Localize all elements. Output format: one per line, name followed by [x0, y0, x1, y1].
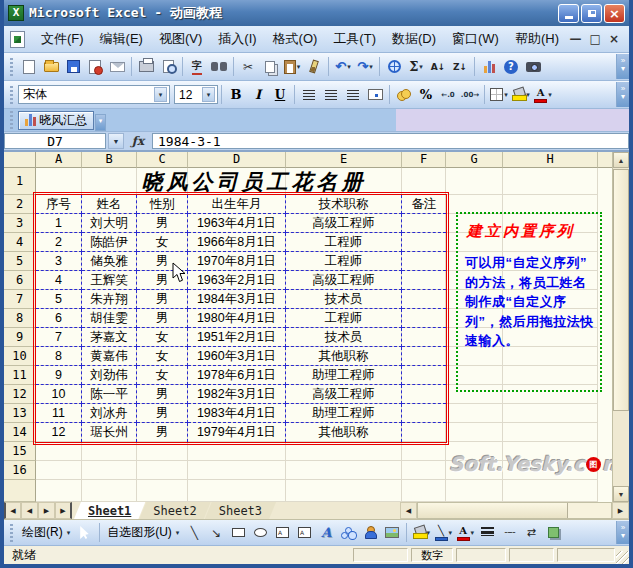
autosum-button[interactable]: Σ▾ [406, 57, 426, 77]
percent-button[interactable]: % [416, 85, 436, 105]
dash-style-button[interactable]: ╌╌ [499, 523, 519, 543]
cell[interactable] [36, 461, 82, 480]
font-color-button[interactable]: A▾ [455, 523, 475, 543]
menu-insert[interactable]: 插入(I) [210, 27, 264, 51]
cell[interactable] [82, 461, 137, 480]
table-cell[interactable]: 技术员 [286, 328, 402, 347]
line-button[interactable]: ╲ [184, 523, 204, 543]
font-name-combo[interactable]: 宋体 ▾ [18, 85, 170, 104]
table-cell[interactable] [402, 233, 446, 252]
toolbar-grip[interactable] [10, 111, 13, 129]
open-button[interactable] [41, 57, 61, 77]
sort-ascending-button[interactable]: A↓ [428, 57, 448, 77]
toolbar-grip[interactable] [10, 524, 13, 542]
underline-button[interactable]: U [270, 85, 290, 105]
table-cell[interactable]: 技术员 [286, 290, 402, 309]
table-cell[interactable]: 男 [137, 214, 188, 233]
row-header-4[interactable]: 4 [4, 233, 36, 252]
row-header-8[interactable]: 8 [4, 309, 36, 328]
table-cell[interactable] [402, 328, 446, 347]
font-color-button[interactable]: A▾ [533, 85, 553, 105]
table-cell[interactable] [402, 366, 446, 385]
insert-function-button[interactable]: ƒx [124, 133, 152, 149]
table-cell[interactable]: 其他职称 [286, 347, 402, 366]
bold-button[interactable]: B [226, 85, 246, 105]
column-header-E[interactable]: E [286, 152, 402, 168]
table-cell[interactable]: 王辉笑 [82, 271, 137, 290]
insert-picture-button[interactable] [382, 523, 402, 543]
research-button[interactable] [209, 57, 229, 77]
cell[interactable] [503, 404, 598, 423]
table-cell[interactable]: 琚长州 [82, 423, 137, 442]
table-cell[interactable]: 1980年4月1日 [188, 309, 286, 328]
scroll-up-button[interactable]: ▲ [613, 152, 629, 168]
table-cell[interactable]: 工程师 [286, 252, 402, 271]
table-cell[interactable]: 11 [36, 404, 82, 423]
column-header-D[interactable]: D [188, 152, 286, 168]
table-cell[interactable]: 女 [137, 328, 188, 347]
cut-button[interactable]: ✂ [238, 57, 258, 77]
hyperlink-button[interactable] [384, 57, 404, 77]
merge-center-button[interactable] [365, 85, 385, 105]
tab-sheet2[interactable]: Sheet2 [139, 502, 210, 519]
select-objects-button[interactable] [75, 523, 95, 543]
table-cell[interactable]: 2 [36, 233, 82, 252]
hscroll-left-button[interactable]: ◀ [400, 502, 417, 519]
last-sheet-button[interactable]: ▶ [55, 502, 72, 519]
custom-macro-button[interactable]: 晓风汇总 [18, 111, 94, 130]
table-cell[interactable]: 男 [137, 404, 188, 423]
copy-button[interactable] [260, 57, 280, 77]
table-cell[interactable] [402, 214, 446, 233]
row-header-10[interactable]: 10 [4, 347, 36, 366]
line-style-button[interactable] [477, 523, 497, 543]
column-header-B[interactable]: B [82, 152, 137, 168]
paste-button[interactable]: ▾ [282, 57, 302, 77]
cell[interactable] [286, 461, 402, 480]
oval-button[interactable] [250, 523, 270, 543]
table-cell[interactable]: 1983年4月1日 [188, 404, 286, 423]
toolbar-grip[interactable] [10, 58, 13, 76]
table-cell[interactable]: 工程师 [286, 309, 402, 328]
resize-grip[interactable] [616, 551, 629, 564]
table-cell[interactable]: 3 [36, 252, 82, 271]
cell[interactable] [36, 168, 82, 195]
table-cell[interactable]: 女 [137, 347, 188, 366]
row-header-1[interactable]: 1 [4, 168, 36, 195]
table-header-cell[interactable]: 技术职称 [286, 195, 402, 214]
draw-menu-button[interactable]: 绘图(R)▾ [18, 522, 74, 543]
note-textbox[interactable]: 建立内置序列 可以用“自定义序列”的方法，将员工姓名制作成“自定义序列”，然后用… [456, 212, 602, 392]
menu-view[interactable]: 视图(V) [151, 27, 210, 51]
table-cell[interactable]: 1951年2月1日 [188, 328, 286, 347]
name-box-arrow-icon[interactable]: ▼ [108, 133, 124, 149]
clip-art-button[interactable] [360, 523, 380, 543]
arrow-style-button[interactable]: ⇄ [521, 523, 541, 543]
hscroll-right-button[interactable]: ▶ [612, 502, 629, 519]
dropdown-arrow-icon[interactable]: ▾ [202, 87, 215, 102]
table-cell[interactable] [402, 252, 446, 271]
tab-sheet3[interactable]: Sheet3 [205, 502, 276, 519]
shadow-style-button[interactable] [543, 523, 563, 543]
sheet-title-cell[interactable]: 晓风公司员工花名册 [84, 168, 424, 195]
diagram-button[interactable] [338, 523, 358, 543]
decrease-decimal-button[interactable]: .00→ [460, 85, 480, 105]
menu-edit[interactable]: 编辑(E) [92, 27, 151, 51]
table-cell[interactable]: 刘劲伟 [82, 366, 137, 385]
cell[interactable] [446, 404, 503, 423]
redo-button[interactable]: ↷▾ [355, 57, 375, 77]
formula-input[interactable]: 1984-3-1 [152, 133, 629, 149]
table-header-cell[interactable]: 序号 [36, 195, 82, 214]
table-cell[interactable]: 5 [36, 290, 82, 309]
column-header-H[interactable]: H [503, 152, 598, 168]
row-header-14[interactable]: 14 [4, 423, 36, 442]
increase-decimal-button[interactable]: ←.0 [438, 85, 458, 105]
print-preview-button[interactable] [158, 57, 178, 77]
table-cell[interactable]: 黄嘉伟 [82, 347, 137, 366]
row-header-16[interactable]: 16 [4, 461, 36, 480]
email-button[interactable] [107, 57, 127, 77]
menu-help[interactable]: 帮助(H) [507, 27, 567, 51]
cell[interactable] [188, 480, 286, 502]
table-cell[interactable]: 1970年8月1日 [188, 252, 286, 271]
table-cell[interactable]: 高级工程师 [286, 385, 402, 404]
table-cell[interactable]: 7 [36, 328, 82, 347]
row-header-12[interactable]: 12 [4, 385, 36, 404]
